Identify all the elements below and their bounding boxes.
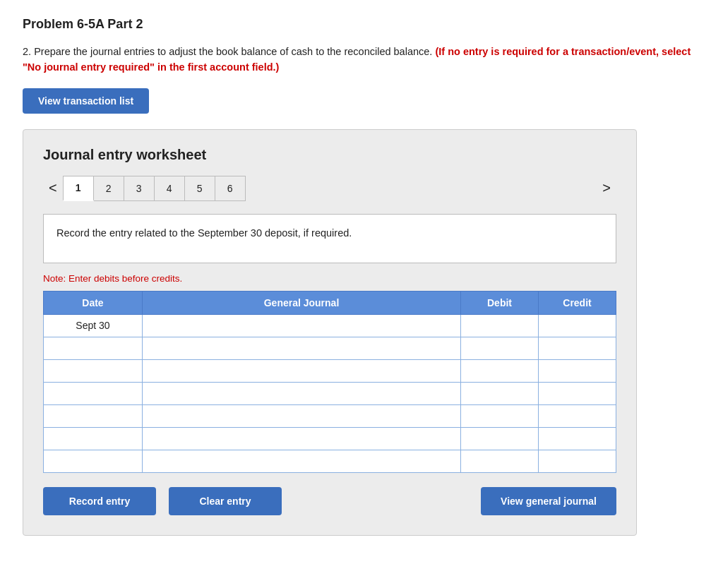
input-general-journal-0[interactable]: [143, 315, 460, 337]
chevron-left-icon[interactable]: <: [43, 177, 63, 199]
note-text: Note: Enter debits before credits.: [43, 273, 616, 284]
table-row: [44, 450, 616, 472]
cell-date-5: [44, 427, 143, 450]
cell-general-journal-1[interactable]: [143, 337, 461, 359]
cell-debit-5[interactable]: [461, 427, 539, 450]
cell-general-journal-6[interactable]: [143, 450, 461, 472]
tab-1[interactable]: 1: [63, 176, 94, 201]
col-header-credit: Credit: [539, 291, 616, 314]
input-credit-2[interactable]: [539, 360, 616, 382]
input-general-journal-6[interactable]: [143, 450, 460, 472]
page-title: Problem 6-5A Part 2: [23, 17, 700, 32]
problem-number: 2.: [23, 46, 31, 57]
input-credit-0[interactable]: [539, 315, 616, 337]
input-credit-4[interactable]: [539, 405, 616, 427]
cell-debit-4[interactable]: [461, 404, 539, 427]
col-header-general-journal: General Journal: [143, 291, 461, 314]
view-general-journal-button[interactable]: View general journal: [481, 487, 616, 515]
input-credit-3[interactable]: [539, 383, 616, 404]
table-row: [44, 404, 616, 427]
record-entry-button[interactable]: Record entry: [43, 487, 156, 515]
input-debit-6[interactable]: [461, 450, 538, 472]
cell-debit-6[interactable]: [461, 450, 539, 472]
instruction-plain: Prepare the journal entries to adjust th…: [34, 46, 432, 57]
chevron-right-icon[interactable]: >: [597, 177, 616, 199]
cell-credit-1[interactable]: [539, 337, 616, 359]
input-debit-4[interactable]: [461, 405, 538, 427]
worksheet-container: Journal entry worksheet < 1 2 3 4 5 6 > …: [23, 129, 637, 536]
cell-date-2: [44, 359, 143, 382]
cell-date-0: Sept 30: [44, 314, 143, 337]
input-general-journal-3[interactable]: [143, 383, 460, 404]
worksheet-title: Journal entry worksheet: [43, 147, 616, 163]
cell-debit-2[interactable]: [461, 359, 539, 382]
col-header-date: Date: [44, 291, 143, 314]
cell-date-6: [44, 450, 143, 472]
input-debit-0[interactable]: [461, 315, 538, 337]
input-debit-2[interactable]: [461, 360, 538, 382]
cell-date-3: [44, 382, 143, 404]
input-general-journal-2[interactable]: [143, 360, 460, 382]
input-debit-5[interactable]: [461, 428, 538, 450]
input-credit-1[interactable]: [539, 337, 616, 359]
cell-debit-3[interactable]: [461, 382, 539, 404]
view-transaction-button[interactable]: View transaction list: [23, 88, 149, 114]
input-general-journal-4[interactable]: [143, 405, 460, 427]
tab-2[interactable]: 2: [93, 176, 124, 201]
tab-navigation: < 1 2 3 4 5 6 >: [43, 176, 616, 201]
table-row: [44, 382, 616, 404]
cell-date-1: [44, 337, 143, 359]
table-row: [44, 337, 616, 359]
tab-3[interactable]: 3: [124, 176, 155, 201]
cell-credit-6[interactable]: [539, 450, 616, 472]
input-general-journal-1[interactable]: [143, 337, 460, 359]
input-general-journal-5[interactable]: [143, 428, 460, 450]
input-credit-6[interactable]: [539, 450, 616, 472]
journal-table: Date General Journal Debit Credit Sept 3…: [43, 291, 616, 473]
col-header-debit: Debit: [461, 291, 539, 314]
cell-debit-1[interactable]: [461, 337, 539, 359]
cell-debit-0[interactable]: [461, 314, 539, 337]
cell-general-journal-3[interactable]: [143, 382, 461, 404]
cell-general-journal-4[interactable]: [143, 404, 461, 427]
tab-6[interactable]: 6: [215, 176, 246, 201]
cell-credit-0[interactable]: [539, 314, 616, 337]
problem-instruction: 2. Prepare the journal entries to adjust…: [23, 44, 700, 76]
entry-description: Record the entry related to the Septembe…: [43, 214, 616, 263]
input-credit-5[interactable]: [539, 428, 616, 450]
tab-4[interactable]: 4: [154, 176, 185, 201]
tab-5[interactable]: 5: [184, 176, 215, 201]
input-debit-1[interactable]: [461, 337, 538, 359]
input-debit-3[interactable]: [461, 383, 538, 404]
cell-credit-5[interactable]: [539, 427, 616, 450]
table-row: Sept 30: [44, 314, 616, 337]
cell-credit-2[interactable]: [539, 359, 616, 382]
cell-date-4: [44, 404, 143, 427]
cell-credit-4[interactable]: [539, 404, 616, 427]
table-row: [44, 359, 616, 382]
cell-general-journal-2[interactable]: [143, 359, 461, 382]
bottom-buttons: Record entry Clear entry View general jo…: [43, 487, 616, 515]
cell-general-journal-5[interactable]: [143, 427, 461, 450]
clear-entry-button[interactable]: Clear entry: [169, 487, 282, 515]
cell-general-journal-0[interactable]: [143, 314, 461, 337]
table-row: [44, 427, 616, 450]
cell-credit-3[interactable]: [539, 382, 616, 404]
